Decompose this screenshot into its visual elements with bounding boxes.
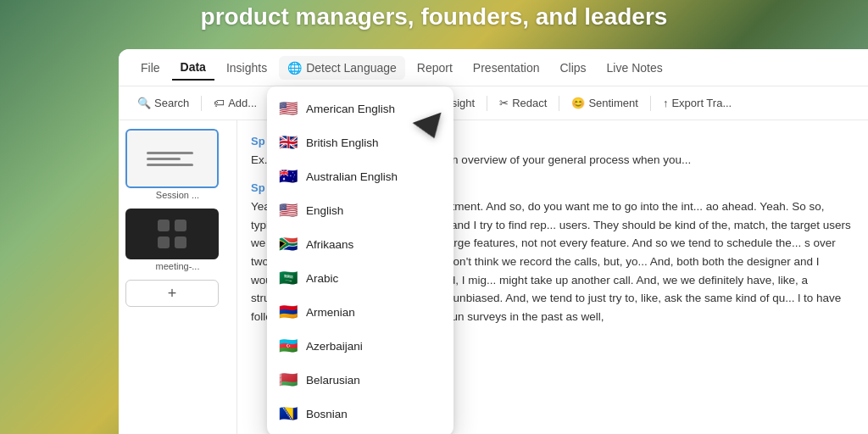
add-button[interactable]: 🏷 Add... <box>205 93 265 113</box>
nav-presentation[interactable]: Presentation <box>465 56 548 80</box>
page-title: product managers, founders, and leaders <box>0 0 868 34</box>
export-button[interactable]: ↑ Export Tra... <box>654 93 740 113</box>
redact-icon: ✂ <box>499 97 509 109</box>
nav-insights[interactable]: Insights <box>218 56 275 80</box>
export-icon: ↑ <box>663 97 669 109</box>
meeting-dot-3 <box>158 236 170 248</box>
flag-za: 🇿🇦 <box>279 235 298 253</box>
flag-by: 🇧🇾 <box>279 370 298 389</box>
tag-icon: 🏷 <box>214 97 225 109</box>
meeting-thumbnail[interactable]: meeting-... <box>125 209 230 271</box>
dropdown-australian-english[interactable]: 🇦🇺 Australian English <box>267 159 453 193</box>
nav-detect-language[interactable]: 🌐 Detect Language <box>279 56 405 80</box>
nav-clips[interactable]: Clips <box>551 56 594 80</box>
nav-file[interactable]: File <box>132 56 169 80</box>
dropdown-arabic[interactable]: 🇸🇦 Arabic <box>267 261 453 295</box>
dropdown-armenian[interactable]: 🇦🇲 Armenian <box>267 295 453 329</box>
sentiment-button[interactable]: 😊 Sentiment <box>563 93 647 113</box>
flag-us-1: 🇺🇸 <box>279 99 298 118</box>
globe-icon: 🌐 <box>287 61 302 75</box>
session-line-3 <box>147 164 193 166</box>
dropdown-belarusian[interactable]: 🇧🇾 Belarusian <box>267 363 453 397</box>
redact-button[interactable]: ✂ Redact <box>491 93 555 113</box>
add-session-button[interactable]: + <box>125 280 219 307</box>
dropdown-afrikaans[interactable]: 🇿🇦 Afrikaans <box>267 227 453 261</box>
session-label: Session ... <box>125 190 230 200</box>
meeting-dot-2 <box>175 220 186 231</box>
flag-us-2: 🇺🇸 <box>279 201 298 220</box>
dropdown-azerbaijani[interactable]: 🇦🇿 Azerbaijani <box>267 329 453 363</box>
meeting-dot-grid <box>158 220 186 248</box>
toolbar-divider-5 <box>559 96 559 111</box>
speaker-label-2: Sp <box>251 181 265 194</box>
nav-live-notes[interactable]: Live Notes <box>598 56 671 80</box>
sidebar: Session ... meeting-... + <box>119 120 237 434</box>
search-icon: 🔍 <box>137 97 151 109</box>
main-panel: File Data Insights 🌐 Detect Language Rep… <box>119 49 868 434</box>
dropdown-english[interactable]: 🇺🇸 English <box>267 193 453 227</box>
flag-au: 🇦🇺 <box>279 167 298 186</box>
flag-az: 🇦🇿 <box>279 337 298 355</box>
nav-bar: File Data Insights 🌐 Detect Language Rep… <box>119 49 868 86</box>
session-line-1 <box>147 152 193 154</box>
meeting-label: meeting-... <box>125 261 230 271</box>
toolbar-divider-4 <box>487 96 487 111</box>
speaker-label-1: Sp <box>251 135 265 147</box>
flag-gb: 🇬🇧 <box>279 133 298 152</box>
session-thumbnail[interactable]: Session ... <box>125 129 230 200</box>
content-area: Session ... meeting-... + Sp Ex. <box>119 120 868 434</box>
meeting-dot-1 <box>158 220 170 231</box>
nav-data[interactable]: Data <box>172 55 214 81</box>
flag-sa: 🇸🇦 <box>279 269 298 287</box>
nav-report[interactable]: Report <box>409 56 461 80</box>
sentiment-icon: 😊 <box>571 97 585 109</box>
session-line-2 <box>147 158 181 160</box>
flag-ba: 🇧🇦 <box>279 404 298 423</box>
toolbar: 🔍 Search 🏷 Add... ✂️ Create a Clip ⭐ Add… <box>119 86 868 120</box>
meeting-dot-4 <box>175 236 186 248</box>
toolbar-divider-1 <box>201 96 202 111</box>
flag-am: 🇦🇲 <box>279 303 298 321</box>
toolbar-divider-6 <box>650 96 651 111</box>
dropdown-bosnian[interactable]: 🇧🇦 Bosnian <box>267 397 453 431</box>
search-button[interactable]: 🔍 Search <box>129 93 198 113</box>
